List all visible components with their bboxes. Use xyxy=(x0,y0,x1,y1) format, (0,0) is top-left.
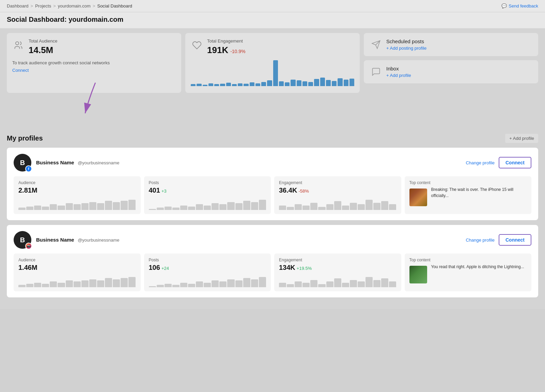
profiles-header: My profiles + Add profile xyxy=(7,130,538,148)
inbox-icon xyxy=(370,66,382,78)
scheduled-posts-icon xyxy=(370,38,382,51)
svg-point-0 xyxy=(16,42,19,45)
audience-sub-text: To track audience growth connect social … xyxy=(12,60,176,66)
stat-audience-label-ig: Audience xyxy=(18,258,136,262)
profile-identity-ig: Business Name @yourbusinessname xyxy=(36,237,120,243)
stat-engagement-value-ig: 134K xyxy=(279,264,295,272)
inbox-title: Inbox xyxy=(386,66,532,71)
stat-engagement-label-ig: Engagement xyxy=(279,258,396,262)
stat-posts-label-ig: Posts xyxy=(149,258,266,262)
top-content-text-ig: You read that right. Apple is ditching t… xyxy=(431,264,524,270)
engagement-icon xyxy=(191,39,203,51)
stat-engagement-change-ig: +19.5% xyxy=(297,266,312,271)
instagram-badge: 📷 xyxy=(25,243,32,249)
profile-stats-fb: Audience 2.81M Posts 401 +3 Engagement 3… xyxy=(14,176,531,214)
breadcrumb-sep-2: > xyxy=(53,3,56,9)
stat-posts-ig: Posts 106 +24 xyxy=(144,254,271,291)
audience-title-block: Total Audience 14.5M xyxy=(29,38,176,55)
add-inbox-profile-link[interactable]: + Add profile xyxy=(386,73,532,78)
page-title: Social Dashboard: yourdomain.com xyxy=(0,12,545,28)
profile-avatar-wrap-fb: B f xyxy=(14,154,31,172)
scheduled-posts-card: Scheduled posts + Add posting profile xyxy=(364,33,538,56)
stat-engagement-value-fb: 36.4K xyxy=(279,186,297,194)
engagement-title-block: Total Engagement 191K -10.9% xyxy=(207,38,354,55)
inbox-content: Inbox + Add profile xyxy=(386,66,532,78)
stat-audience-label-fb: Audience xyxy=(18,180,136,185)
stat-posts-value-fb: 401 xyxy=(149,186,160,194)
stat-posts-label-fb: Posts xyxy=(149,180,266,185)
stat-engagement-label-fb: Engagement xyxy=(279,180,396,185)
stat-posts-chart-fb xyxy=(149,198,266,210)
right-cards: Scheduled posts + Add posting profile In… xyxy=(364,33,538,83)
stat-audience-value-fb: 2.81M xyxy=(18,186,136,194)
stat-engagement-ig: Engagement 134K +19.5% xyxy=(274,254,401,291)
profiles-section: My profiles + Add profile B f Business N… xyxy=(0,130,545,309)
arrow-section xyxy=(0,100,545,130)
connect-button-ig[interactable]: Connect xyxy=(499,234,531,246)
stat-top-content-label-ig: Top content xyxy=(409,258,527,262)
stat-audience-chart-fb xyxy=(18,198,136,210)
profile-name-ig: Business Name xyxy=(36,237,74,243)
profile-identity-fb: Business Name @yourbusinessname xyxy=(36,160,120,166)
top-content-card-fb: Breaking: The wait is over. The iPhone 1… xyxy=(409,186,527,206)
stat-posts-value-ig: 106 xyxy=(149,264,160,272)
profile-card-facebook: B f Business Name @yourbusinessname Chan… xyxy=(7,148,538,220)
breadcrumb-dashboard[interactable]: Dashboard xyxy=(7,3,29,9)
profile-avatar-wrap-ig: B 📷 xyxy=(14,231,31,249)
change-profile-button-ig[interactable]: Change profile xyxy=(466,238,495,243)
breadcrumb-projects[interactable]: Projects xyxy=(35,3,51,9)
breadcrumb-sep-1: > xyxy=(31,3,33,9)
profiles-title: My profiles xyxy=(7,134,43,142)
breadcrumb-current: Social Dashboard xyxy=(97,3,132,9)
stat-audience-ig: Audience 1.46M xyxy=(14,254,141,291)
stat-engagement-chart-fb xyxy=(279,198,396,210)
send-feedback-button[interactable]: 💬 Send feedback xyxy=(501,3,538,9)
profile-stats-ig: Audience 1.46M Posts 106 +24 Engagement … xyxy=(14,254,531,291)
breadcrumb-domain[interactable]: yourdomain.com xyxy=(58,3,91,9)
scheduled-posts-row: Scheduled posts + Add posting profile xyxy=(370,38,532,51)
inbox-card: Inbox + Add profile xyxy=(364,60,538,83)
profile-card-header-ig: B 📷 Business Name @yourbusinessname Chan… xyxy=(14,231,531,249)
profile-name-fb: Business Name xyxy=(36,160,74,165)
engagement-card: Total Engagement 191K -10.9% xyxy=(185,33,360,93)
profile-handle-fb: @yourbusinessname xyxy=(78,160,119,165)
stat-audience-fb: Audience 2.81M xyxy=(14,176,141,214)
breadcrumb-bar: Dashboard > Projects > yourdomain.com > … xyxy=(0,0,545,12)
audience-header: Total Audience 14.5M xyxy=(12,38,176,55)
purple-arrow xyxy=(68,79,123,120)
stat-posts-change-ig: +24 xyxy=(161,266,169,271)
stat-engagement-change-fb: -58% xyxy=(298,189,309,194)
top-content-image-ig xyxy=(409,266,427,283)
engagement-header: Total Engagement 191K -10.9% xyxy=(191,38,354,55)
engagement-label: Total Engagement xyxy=(207,38,354,44)
stat-top-content-label-fb: Top content xyxy=(409,180,527,185)
engagement-chart xyxy=(191,60,354,87)
audience-label: Total Audience xyxy=(29,38,176,44)
change-profile-button-fb[interactable]: Change profile xyxy=(466,160,495,165)
add-posting-profile-link[interactable]: + Add posting profile xyxy=(386,46,532,51)
stat-posts-fb: Posts 401 +3 xyxy=(144,176,271,214)
add-profile-button[interactable]: + Add profile xyxy=(505,134,538,143)
facebook-badge: f xyxy=(25,165,32,172)
feedback-icon: 💬 xyxy=(501,3,507,9)
scheduled-posts-title: Scheduled posts xyxy=(386,38,532,44)
stat-top-content-ig: Top content You read that right. Apple i… xyxy=(405,254,532,291)
breadcrumb: Dashboard > Projects > yourdomain.com > … xyxy=(7,3,132,9)
stat-engagement-chart-ig xyxy=(279,275,396,287)
top-content-card-ig: You read that right. Apple is ditching t… xyxy=(409,264,527,283)
engagement-value: 191K xyxy=(207,45,228,55)
top-content-image-fb xyxy=(409,189,427,206)
audience-value: 14.5M xyxy=(29,45,176,55)
stat-posts-change-fb: +3 xyxy=(161,189,167,194)
audience-connect-link[interactable]: Connect xyxy=(12,68,29,73)
stat-posts-chart-ig xyxy=(149,275,266,287)
engagement-change: -10.9% xyxy=(230,49,245,54)
connect-button-fb[interactable]: Connect xyxy=(499,157,531,168)
breadcrumb-sep-3: > xyxy=(93,3,95,9)
stat-audience-value-ig: 1.46M xyxy=(18,264,136,272)
scheduled-posts-content: Scheduled posts + Add posting profile xyxy=(386,38,532,51)
audience-icon xyxy=(12,39,25,51)
stat-top-content-fb: Top content Breaking: The wait is over. … xyxy=(405,176,532,214)
profile-card-header-fb: B f Business Name @yourbusinessname Chan… xyxy=(14,154,531,172)
profile-handle-ig: @yourbusinessname xyxy=(78,238,119,243)
